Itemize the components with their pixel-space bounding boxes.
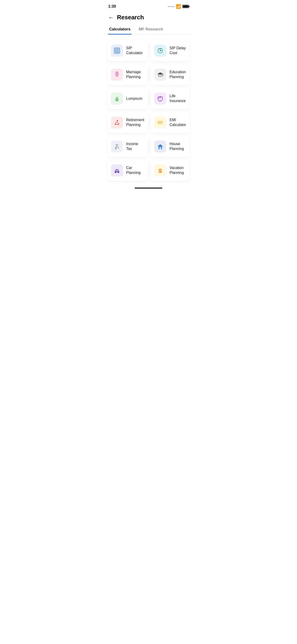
status-time: 1:30 — [108, 4, 116, 9]
svg-point-17 — [117, 72, 118, 72]
education-planning-label: Education Planning — [170, 70, 186, 80]
svg-rect-36 — [160, 148, 161, 149]
car-planning-icon — [111, 164, 123, 176]
svg-rect-44 — [160, 171, 160, 172]
svg-line-25 — [119, 124, 119, 124]
education-planning-icon — [154, 69, 166, 80]
vacation-planning-label: Vacation Planning — [170, 166, 186, 175]
svg-point-30 — [116, 144, 118, 146]
marriage-planning-icon — [111, 69, 123, 80]
house-planning-icon — [154, 140, 166, 152]
sip-delay-cost-label: SIP Delay Cost — [170, 46, 186, 56]
sip-calculator-label: SIP Calculator — [126, 46, 144, 56]
vacation-planning-icon: $ — [154, 164, 166, 176]
house-planning-card[interactable]: House Planning — [150, 136, 190, 157]
sip-delay-cost-card[interactable]: SIP Delay Cost — [150, 40, 190, 61]
status-icons: 📶 — [168, 4, 189, 9]
life-insurance-label: Life Insurance — [170, 94, 186, 104]
emi-calculator-icon — [154, 116, 166, 128]
car-planning-card[interactable]: Car Planning — [107, 160, 148, 181]
income-tax-icon: $ — [111, 140, 123, 152]
wifi-icon: 📶 — [176, 4, 181, 9]
income-tax-card[interactable]: $ Income Tax — [107, 136, 148, 157]
svg-point-37 — [115, 172, 116, 173]
tabs-container: Calculators MF Research — [104, 25, 194, 34]
life-insurance-card[interactable]: Life Insurance — [150, 88, 190, 109]
sip-delay-cost-icon — [154, 45, 166, 57]
house-planning-label: House Planning — [170, 142, 186, 151]
svg-rect-0 — [114, 48, 120, 54]
tab-mf-research[interactable]: MF Research — [138, 25, 164, 34]
signal-icon — [168, 6, 174, 7]
marriage-planning-label: Marriage Planning — [126, 70, 144, 80]
lumpsum-card[interactable]: $ Lumpsum — [107, 88, 148, 109]
svg-rect-39 — [116, 170, 117, 171]
svg-text:$: $ — [116, 148, 116, 150]
svg-point-38 — [118, 172, 119, 173]
page-title: Research — [117, 14, 144, 21]
retirement-planning-card[interactable]: Retirement Planning — [107, 112, 148, 133]
svg-rect-40 — [117, 170, 118, 171]
status-bar: 1:30 📶 — [104, 0, 194, 12]
sip-calculator-card[interactable]: SIP Calculator — [107, 40, 148, 61]
back-button[interactable]: ← — [108, 15, 114, 20]
svg-line-24 — [115, 124, 115, 124]
life-insurance-icon — [154, 92, 166, 104]
svg-point-15 — [116, 73, 118, 74]
car-planning-label: Car Planning — [126, 166, 144, 175]
svg-point-23 — [117, 120, 118, 121]
lumpsum-icon: $ — [111, 92, 123, 104]
sip-calculator-icon — [111, 45, 123, 57]
tab-calculators[interactable]: Calculators — [108, 25, 132, 34]
income-tax-label: Income Tax — [126, 142, 144, 151]
emi-calculator-card[interactable]: EMI Calculator — [150, 112, 190, 133]
marriage-planning-card[interactable]: Marriage Planning — [107, 64, 148, 85]
calculators-grid: SIP Calculator SIP Delay Cost — [104, 38, 194, 183]
education-planning-card[interactable]: Education Planning — [150, 64, 190, 85]
home-bar — [135, 188, 162, 189]
retirement-planning-label: Retirement Planning — [126, 118, 144, 127]
battery-icon — [182, 5, 189, 8]
retirement-planning-icon — [111, 116, 123, 128]
lumpsum-label: Lumpsum — [126, 96, 142, 101]
home-indicator — [104, 183, 194, 191]
vacation-planning-card[interactable]: $ Vacation Planning — [150, 160, 190, 181]
header: ← Research — [104, 12, 194, 25]
svg-marker-34 — [158, 144, 163, 146]
emi-calculator-label: EMI Calculator — [170, 118, 186, 127]
svg-point-13 — [160, 50, 161, 51]
svg-text:$: $ — [116, 98, 118, 100]
